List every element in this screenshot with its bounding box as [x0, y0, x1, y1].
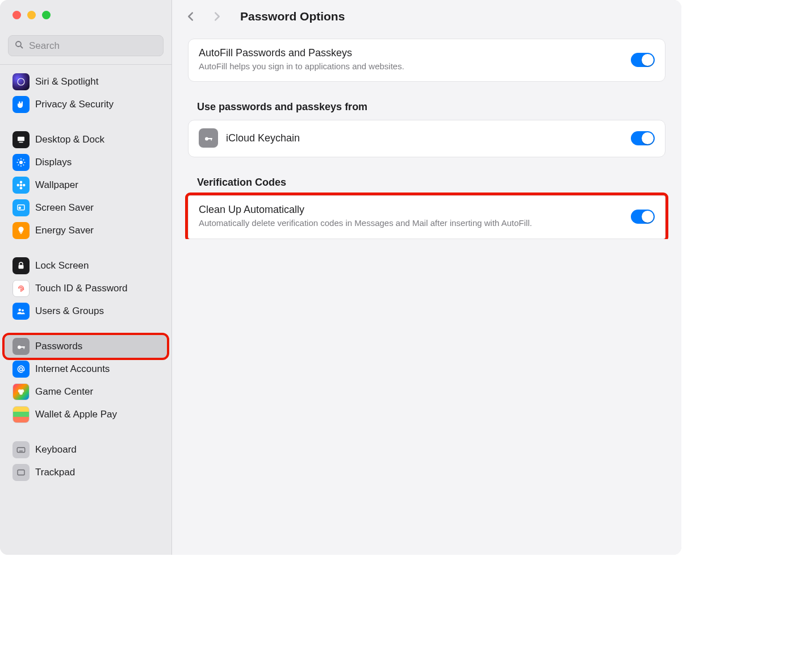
screensaver-icon: [12, 199, 30, 216]
sidebar-item-label: Siri & Spotlight: [35, 76, 99, 87]
sidebar-item-keyboard[interactable]: Keyboard: [7, 438, 165, 461]
svg-point-24: [22, 309, 24, 312]
users-icon: [12, 303, 30, 320]
keyboard-icon: [12, 441, 30, 458]
autofill-panel: AutoFill Passwords and Passkeys AutoFill…: [188, 39, 665, 82]
sidebar-item-passwords[interactable]: Passwords: [5, 335, 167, 358]
sidebar-item-label: Game Center: [35, 386, 93, 398]
siri-icon: [12, 73, 30, 90]
at-icon: [12, 361, 30, 378]
lock-icon: [12, 257, 30, 274]
svg-point-23: [19, 309, 22, 312]
use-from-header: Use passwords and passkeys from: [197, 101, 665, 113]
autofill-toggle[interactable]: [631, 53, 655, 67]
keychain-panel: iCloud Keychain: [188, 120, 665, 157]
svg-rect-32: [17, 447, 25, 452]
svg-point-14: [20, 184, 23, 187]
svg-point-25: [18, 346, 21, 349]
svg-point-31: [19, 391, 23, 395]
svg-point-28: [19, 367, 22, 370]
svg-point-18: [23, 184, 26, 187]
key-icon: [12, 338, 30, 355]
sidebar-item-touch-id-password[interactable]: Touch ID & Password: [7, 277, 165, 300]
sidebar-item-privacy-security[interactable]: Privacy & Security: [7, 93, 165, 116]
sidebar-item-label: Keyboard: [35, 444, 77, 455]
svg-rect-22: [19, 265, 24, 269]
sidebar-item-wallpaper[interactable]: Wallpaper: [7, 174, 165, 196]
svg-point-0: [16, 41, 21, 47]
keychain-label: iCloud Keychain: [226, 132, 623, 144]
sidebar-item-label: Wallpaper: [35, 179, 78, 191]
fingerprint-icon: [12, 280, 30, 297]
sidebar-item-label: Energy Saver: [35, 225, 94, 236]
cleanup-title: Clean Up Automatically: [199, 204, 623, 216]
toolbar: Password Options: [172, 0, 681, 33]
svg-rect-37: [18, 470, 24, 475]
sidebar-item-screen-saver[interactable]: Screen Saver: [7, 196, 165, 219]
sidebar-item-game-center[interactable]: Game Center: [7, 380, 165, 403]
autofill-subtitle: AutoFill helps you sign in to applicatio…: [199, 61, 623, 72]
gamecenter-icon: [12, 383, 30, 400]
sidebar: Siri & Spotlight Privacy & Security Desk…: [0, 0, 172, 555]
svg-rect-3: [18, 137, 24, 141]
sidebar-item-label: Desktop & Dock: [35, 134, 104, 145]
flower-icon: [12, 177, 30, 194]
sidebar-item-wallet-apple-pay[interactable]: Wallet & Apple Pay: [7, 403, 165, 426]
close-window-button[interactable]: [12, 11, 21, 19]
sidebar-item-lock-screen[interactable]: Lock Screen: [7, 254, 165, 277]
sidebar-item-label: Lock Screen: [35, 260, 89, 271]
svg-line-12: [18, 165, 19, 166]
sidebar-item-desktop-dock[interactable]: Desktop & Dock: [7, 128, 165, 151]
sidebar-item-label: Wallet & Apple Pay: [35, 409, 117, 420]
search-input[interactable]: [29, 40, 157, 52]
sidebar-item-trackpad[interactable]: Trackpad: [7, 461, 165, 484]
svg-line-1: [20, 46, 23, 48]
nav-forward-button[interactable]: [211, 10, 223, 23]
sidebar-item-label: Users & Groups: [35, 306, 104, 317]
sidebar-item-label: Touch ID & Password: [35, 283, 128, 294]
window-controls: [0, 0, 171, 30]
hand-icon: [12, 96, 30, 113]
sidebar-item-users-groups[interactable]: Users & Groups: [7, 300, 165, 323]
cleanup-panel: Clean Up Automatically Automatically del…: [188, 195, 665, 239]
cleanup-toggle[interactable]: [631, 210, 655, 224]
svg-rect-27: [24, 346, 25, 349]
sidebar-item-siri-spotlight[interactable]: Siri & Spotlight: [7, 70, 165, 93]
verification-header: Verification Codes: [197, 177, 665, 189]
sidebar-item-displays[interactable]: Displays: [7, 151, 165, 174]
nav-back-button[interactable]: [185, 10, 197, 23]
svg-point-38: [205, 137, 208, 141]
sidebar-item-label: Privacy & Security: [35, 99, 114, 110]
trackpad-icon: [12, 464, 30, 481]
sidebar-item-label: Trackpad: [35, 467, 75, 478]
svg-point-17: [17, 184, 20, 187]
fullscreen-window-button[interactable]: [42, 11, 51, 19]
svg-line-13: [23, 160, 24, 161]
svg-line-10: [18, 160, 19, 161]
autofill-title: AutoFill Passwords and Passkeys: [199, 47, 623, 59]
search-field[interactable]: [8, 35, 164, 56]
wallet-icon: [12, 406, 30, 423]
svg-point-2: [18, 78, 24, 85]
cleanup-subtitle: Automatically delete verification codes …: [199, 217, 623, 229]
sidebar-item-label: Displays: [35, 157, 72, 168]
search-icon: [14, 40, 24, 52]
svg-point-15: [20, 181, 23, 184]
svg-rect-21: [20, 233, 22, 235]
brightness-icon: [12, 154, 30, 171]
minimize-window-button[interactable]: [27, 11, 36, 19]
sidebar-item-internet-accounts[interactable]: Internet Accounts: [7, 358, 165, 380]
main-content: Password Options AutoFill Passwords and …: [172, 0, 681, 555]
page-title: Password Options: [240, 10, 345, 23]
svg-point-20: [19, 207, 20, 209]
svg-point-16: [20, 187, 23, 190]
keychain-toggle[interactable]: [631, 131, 655, 145]
cleanup-highlight: Clean Up Automatically Automatically del…: [188, 195, 665, 239]
sidebar-item-label: Screen Saver: [35, 202, 94, 214]
sidebar-item-label: Internet Accounts: [35, 363, 110, 375]
sidebar-item-energy-saver[interactable]: Energy Saver: [7, 219, 165, 242]
sidebar-item-label: Passwords: [35, 341, 82, 352]
keychain-icon: [199, 128, 218, 148]
bulb-icon: [12, 222, 30, 239]
svg-rect-4: [19, 142, 23, 143]
